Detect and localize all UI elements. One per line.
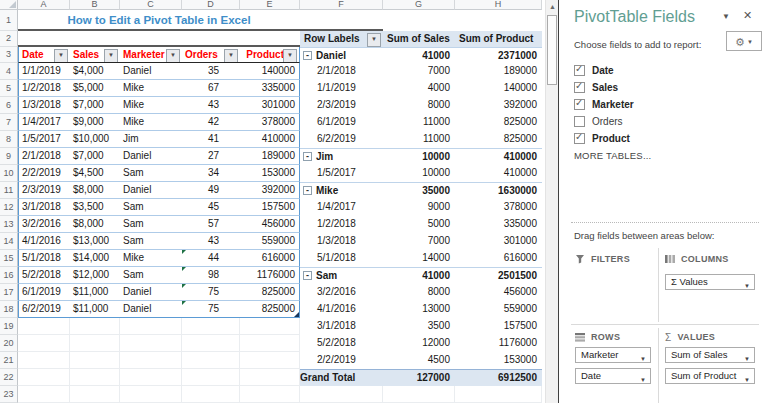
table-header-orders[interactable]: Orders▼	[182, 47, 240, 63]
table-cell-marketer[interactable]: Mike	[120, 80, 182, 97]
sheet-cell[interactable]	[120, 369, 182, 386]
column-header-F[interactable]: F	[300, 0, 383, 10]
sheet-cell[interactable]	[240, 386, 300, 403]
sheet-cell[interactable]	[182, 352, 240, 369]
pivot-row-label[interactable]: 1/1/2019	[300, 80, 383, 97]
sheet-cell[interactable]	[18, 369, 70, 386]
pivot-product-value[interactable]: 456000	[455, 284, 542, 301]
table-cell-sales[interactable]: $7,000	[70, 97, 120, 114]
pivot-sales-value[interactable]: 127000	[383, 369, 455, 386]
table-cell-product[interactable]: 140000	[240, 63, 300, 80]
table-cell-date[interactable]: 1/4/2017	[18, 114, 70, 131]
column-header-D[interactable]: D	[182, 0, 240, 10]
table-cell-marketer[interactable]: Daniel	[120, 182, 182, 199]
pivot-sales-value[interactable]: 35000	[383, 182, 455, 199]
column-header-B[interactable]: B	[70, 0, 120, 10]
sheet-cell[interactable]	[300, 386, 383, 403]
table-cell-orders[interactable]: 44	[182, 250, 240, 267]
table-cell-date[interactable]: 2/3/2019	[18, 182, 70, 199]
filter-button-marketer[interactable]: ▼	[166, 49, 180, 63]
table-resize-handle[interactable]	[294, 312, 299, 317]
pivot-row-label[interactable]: 4/1/2016	[300, 301, 383, 318]
sheet-cell[interactable]	[240, 369, 300, 386]
pivot-row-label[interactable]: -Daniel	[300, 47, 383, 63]
field-item-marketer[interactable]: ✓Marketer	[574, 96, 634, 113]
sheet-cell[interactable]	[18, 386, 70, 403]
collapse-group-icon[interactable]: -	[303, 186, 312, 195]
sheet-cell[interactable]	[182, 31, 240, 47]
chevron-down-icon[interactable]: ▼	[722, 12, 730, 21]
pivot-sales-value[interactable]: 11000	[383, 114, 455, 131]
pivot-row-label[interactable]: Grand Total	[300, 369, 383, 386]
row-header-5[interactable]: 5	[0, 80, 18, 97]
row-header-9[interactable]: 9	[0, 148, 18, 165]
table-cell-orders[interactable]: 43	[182, 97, 240, 114]
table-cell-orders[interactable]: 45	[182, 199, 240, 216]
pivot-sales-value[interactable]: 4500	[383, 352, 455, 369]
area-item-marketer[interactable]: Marketer▼	[575, 347, 651, 363]
table-cell-sales[interactable]: $8,000	[70, 182, 120, 199]
row-header-11[interactable]: 11	[0, 182, 18, 199]
table-cell-orders[interactable]: 98	[182, 267, 240, 284]
pivot-row-label[interactable]: 5/1/2018	[300, 250, 383, 267]
pivot-sales-value[interactable]: 11000	[383, 131, 455, 148]
table-cell-product[interactable]: 189000	[240, 148, 300, 165]
table-cell-sales[interactable]: $14,000	[70, 250, 120, 267]
pivot-sum-of-product-header[interactable]: Sum of Product	[455, 31, 542, 47]
checkbox-orders[interactable]	[574, 116, 585, 127]
pivot-product-value[interactable]: 189000	[455, 63, 542, 80]
row-header-20[interactable]: 20	[0, 335, 18, 352]
table-cell-product[interactable]: 335000	[240, 80, 300, 97]
tools-button[interactable]: ⚙▼	[726, 31, 762, 51]
table-cell-marketer[interactable]: Daniel	[120, 63, 182, 80]
table-header-sales[interactable]: Sales▼	[70, 47, 120, 63]
table-cell-orders[interactable]: 75	[182, 284, 240, 301]
column-header-A[interactable]: A	[18, 0, 70, 10]
table-cell-marketer[interactable]: Mike	[120, 97, 182, 114]
sheet-cell[interactable]	[182, 369, 240, 386]
table-cell-sales[interactable]: $5,000	[70, 80, 120, 97]
pivot-row-label[interactable]: -Jim	[300, 148, 383, 165]
table-cell-date[interactable]: 6/1/2019	[18, 284, 70, 301]
sheet-cell[interactable]	[18, 318, 70, 335]
table-cell-product[interactable]: 153000	[240, 165, 300, 182]
table-cell-marketer[interactable]: Sam	[120, 165, 182, 182]
table-cell-orders[interactable]: 41	[182, 131, 240, 148]
pivot-sales-value[interactable]: 41000	[383, 47, 455, 63]
sheet-cell[interactable]	[455, 10, 542, 31]
table-cell-date[interactable]: 2/1/2018	[18, 148, 70, 165]
table-cell-sales[interactable]: $12,000	[70, 267, 120, 284]
pivot-product-value[interactable]: 616000	[455, 250, 542, 267]
chevron-down-icon[interactable]: ▼	[640, 352, 646, 366]
pivot-sales-value[interactable]: 3500	[383, 318, 455, 335]
filter-button-sales[interactable]: ▼	[104, 49, 118, 63]
row-header-8[interactable]: 8	[0, 131, 18, 148]
checkbox-date[interactable]: ✓	[574, 65, 585, 76]
row-header-6[interactable]: 6	[0, 97, 18, 114]
sheet-cell[interactable]	[240, 352, 300, 369]
sheet-cell[interactable]	[18, 335, 70, 352]
pivot-sales-value[interactable]: 14000	[383, 250, 455, 267]
row-header-4[interactable]: 4	[0, 63, 18, 80]
pivot-product-value[interactable]: 335000	[455, 216, 542, 233]
row-header-14[interactable]: 14	[0, 233, 18, 250]
filter-button-date[interactable]: ▼	[54, 49, 68, 63]
sheet-cell[interactable]	[240, 318, 300, 335]
pivot-product-value[interactable]: 2371000	[455, 47, 542, 63]
pivot-row-label[interactable]: -Mike	[300, 182, 383, 199]
row-header-2[interactable]: 2	[0, 31, 18, 47]
sheet-cell[interactable]	[120, 318, 182, 335]
area-item-sum-of-product[interactable]: Sum of Product▼	[665, 368, 755, 384]
checkbox-marketer[interactable]: ✓	[574, 99, 585, 110]
pivot-product-value[interactable]: 825000	[455, 131, 542, 148]
pivot-row-label[interactable]: 1/3/2018	[300, 233, 383, 250]
chevron-down-icon[interactable]: ▼	[744, 373, 750, 387]
pivot-product-value[interactable]: 378000	[455, 199, 542, 216]
table-cell-date[interactable]: 1/3/2018	[18, 97, 70, 114]
area-item-sum-of-sales[interactable]: Sum of Sales▼	[665, 347, 755, 363]
table-header-product[interactable]: Product▼	[240, 47, 300, 63]
table-header-marketer[interactable]: Marketer▼	[120, 47, 182, 63]
table-cell-orders[interactable]: 34	[182, 165, 240, 182]
scrollbar-thumb[interactable]	[547, 15, 557, 85]
table-cell-product[interactable]: 301000	[240, 97, 300, 114]
